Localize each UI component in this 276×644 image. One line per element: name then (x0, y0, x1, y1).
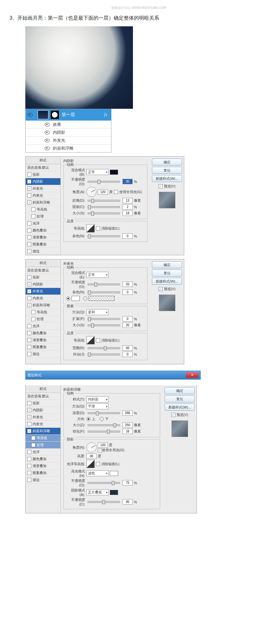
style-drop-shadow[interactable]: 投影 (26, 400, 60, 407)
checkbox[interactable]: ✓ (27, 186, 31, 191)
angle-input[interactable] (98, 442, 108, 448)
contour-picker[interactable] (86, 336, 95, 344)
style-contour[interactable]: 等高线 (26, 309, 60, 316)
preview-toggle[interactable]: ✓预览(V) (165, 413, 195, 417)
angle-dial[interactable] (86, 442, 97, 452)
angle-dial[interactable] (86, 187, 97, 197)
noise-slider[interactable] (88, 235, 120, 237)
size-input[interactable] (122, 422, 133, 428)
style-color-overlay[interactable]: 颜色叠加 (26, 227, 60, 234)
style-color-overlay[interactable]: 颜色叠加 (26, 456, 60, 463)
checkbox[interactable] (31, 214, 35, 218)
reset-button[interactable]: 复位 (165, 395, 195, 402)
noise-input[interactable] (122, 289, 133, 295)
style-pattern-overlay[interactable]: 图案叠加 (26, 470, 60, 477)
checkbox[interactable] (27, 228, 31, 232)
opacity-slider[interactable] (88, 181, 120, 183)
blend-mode-select[interactable]: 正常 (86, 272, 109, 278)
style-drop-shadow[interactable]: 投影 (26, 171, 60, 178)
reset-button[interactable]: 复位 (152, 167, 182, 174)
new-style-button[interactable]: 新建样式(W)... (152, 175, 182, 182)
shadow-mode-select[interactable]: 正片叠底 (86, 489, 109, 495)
new-style-button[interactable]: 新建样式(W)... (152, 278, 182, 285)
antialias-cb[interactable] (96, 226, 100, 231)
blend-options[interactable]: 混合选项:默认 (26, 393, 60, 400)
layer-row[interactable]: 第一层 fx (26, 109, 111, 120)
size-input[interactable] (122, 322, 133, 328)
style-gloss[interactable]: 光泽 (26, 449, 60, 456)
ok-button[interactable]: 确定 (152, 261, 182, 268)
blend-options[interactable]: 混合选项:默认 (26, 267, 60, 274)
glow-color[interactable] (72, 296, 80, 301)
h-opacity-input[interactable] (122, 480, 133, 485)
color-swatch[interactable] (110, 170, 118, 175)
eye-icon[interactable] (45, 131, 50, 134)
style-stroke[interactable]: 描边 (26, 477, 60, 484)
dir-down-radio[interactable] (100, 417, 104, 421)
soften-input[interactable] (122, 429, 133, 434)
style-inner-glow[interactable]: 内发光 (26, 421, 60, 428)
fx-item-inner-shadow[interactable]: 内阴影 (26, 128, 111, 136)
checkbox[interactable] (27, 221, 31, 225)
visibility-icon[interactable] (28, 113, 33, 117)
opacity-slider[interactable] (88, 283, 120, 285)
jitter-input[interactable] (122, 352, 133, 357)
preview-toggle[interactable]: ✓预览(V) (152, 287, 182, 291)
style-bevel[interactable]: ✓斜面和浮雕 (26, 199, 60, 206)
global-light-cb[interactable] (114, 190, 118, 194)
preview-toggle[interactable]: ✓预览(V) (152, 184, 182, 189)
style-inner-glow[interactable]: 内发光 (26, 192, 60, 199)
depth-input[interactable] (122, 410, 133, 416)
style-inner-glow[interactable]: 内发光 (26, 295, 60, 302)
style-texture[interactable]: 纹理 (26, 316, 60, 323)
range-slider[interactable] (88, 347, 120, 349)
size-slider[interactable] (88, 212, 120, 214)
size-slider[interactable] (88, 324, 120, 326)
style-select[interactable]: 内斜面 (86, 396, 109, 402)
new-style-button[interactable]: 新建样式(W)... (165, 404, 195, 411)
gloss-contour[interactable] (86, 460, 95, 468)
size-slider[interactable] (88, 424, 120, 426)
style-outer-glow[interactable]: ✓外发光 (26, 288, 60, 295)
style-stroke[interactable]: 描边 (26, 351, 60, 358)
style-stroke[interactable]: 描边 (26, 248, 60, 255)
checkbox[interactable] (27, 249, 31, 253)
checkbox[interactable] (27, 242, 31, 246)
style-inner-shadow[interactable]: ✓内阴影 (26, 281, 60, 288)
fx-item-bevel[interactable]: 斜面和浮雕 (26, 144, 111, 152)
blend-mode-select[interactable]: 正常 (86, 169, 109, 175)
contour-picker[interactable] (86, 224, 95, 232)
glow-gradient[interactable] (89, 296, 115, 301)
style-outer-glow[interactable]: ✓外发光 (26, 414, 60, 421)
style-contour[interactable]: 等高线 (26, 435, 60, 442)
range-input[interactable] (122, 345, 133, 351)
h-opacity-slider[interactable] (88, 482, 120, 484)
style-texture[interactable]: 纹理 (26, 442, 60, 449)
opacity-input[interactable] (122, 282, 133, 287)
fx-item-outer-glow[interactable]: 外发光 (26, 136, 111, 144)
ok-button[interactable]: 确定 (165, 387, 195, 394)
style-gloss[interactable]: 光泽 (26, 220, 60, 227)
spread-input[interactable] (122, 204, 133, 210)
noise-slider[interactable] (88, 291, 120, 293)
blend-options[interactable]: 混合选项:默认 (26, 164, 60, 171)
checkbox[interactable] (27, 172, 31, 177)
checkbox[interactable] (27, 193, 31, 198)
noise-input[interactable] (122, 233, 133, 239)
glow-grad-radio[interactable] (83, 296, 87, 301)
spread-slider[interactable] (88, 206, 120, 208)
fx-indicator[interactable]: fx (104, 112, 109, 117)
checkbox[interactable] (27, 235, 31, 239)
eye-icon[interactable] (45, 123, 50, 127)
size-input[interactable] (122, 211, 133, 216)
shadow-color[interactable] (110, 490, 118, 495)
style-contour[interactable]: 等高线 (26, 206, 60, 213)
spread-slider[interactable] (88, 318, 120, 320)
style-drop-shadow[interactable]: 投影 (26, 274, 60, 281)
s-opacity-input[interactable] (122, 499, 133, 504)
close-button[interactable]: ✕ (186, 373, 198, 378)
method-select[interactable]: 柔和 (86, 309, 109, 315)
aa-cb[interactable] (96, 462, 100, 466)
checkbox[interactable] (31, 207, 35, 211)
style-pattern-overlay[interactable]: 图案叠加 (26, 241, 60, 248)
